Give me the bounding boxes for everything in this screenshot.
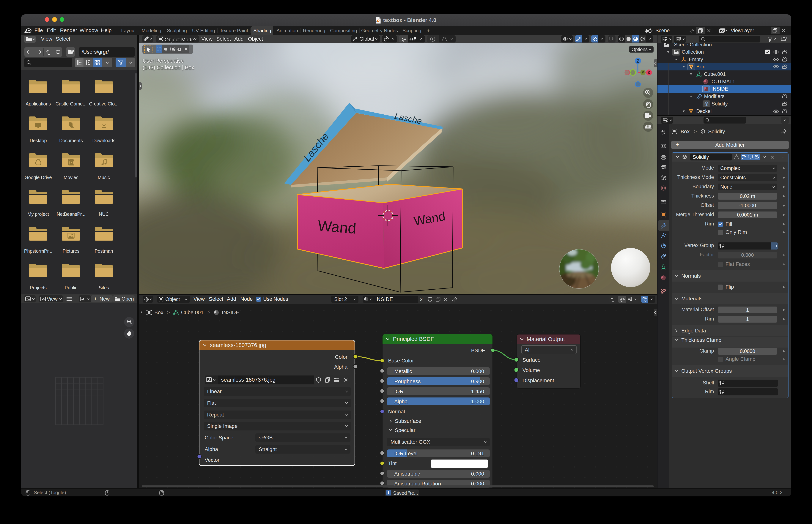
svg-text:Z: Z bbox=[636, 58, 639, 64]
svg-text:X: X bbox=[647, 70, 651, 76]
svg-text:Wand: Wand bbox=[317, 217, 357, 237]
svg-text:Y: Y bbox=[642, 70, 645, 75]
